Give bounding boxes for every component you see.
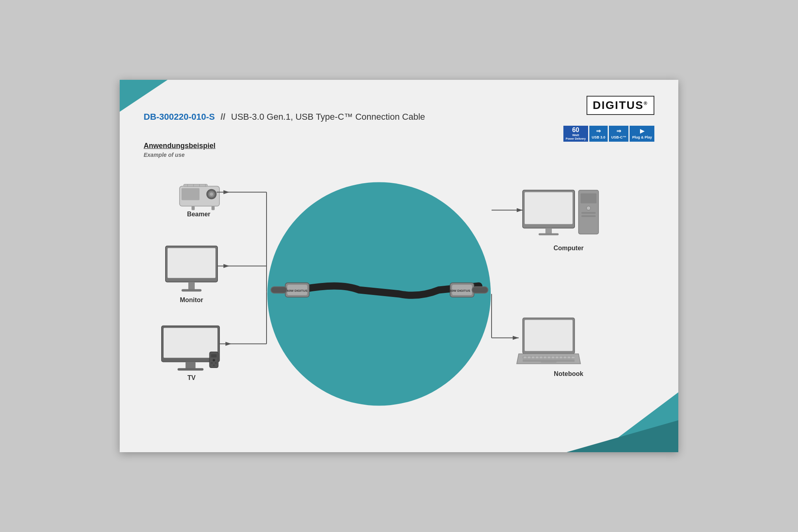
svg-rect-7 [472,287,488,293]
computer-label: Computer [553,245,584,251]
right-cable-brand: 60W DIGITUS [450,289,470,293]
svg-rect-26 [186,362,196,369]
svg-rect-39 [581,194,597,204]
svg-marker-68 [225,342,231,346]
svg-rect-29 [211,354,217,358]
header: DB-300220-010-S // USB-3.0 Gen.1, USB Ty… [144,112,425,122]
svg-point-40 [587,206,591,210]
svg-rect-58 [567,357,571,358]
usbc-label: USB-C™ [611,135,626,140]
svg-rect-47 [523,357,527,358]
svg-point-30 [213,359,215,362]
svg-rect-55 [555,357,559,358]
svg-rect-3 [271,287,286,293]
product-name: USB-3.0 Gen.1, USB Type-C™ Connection Ca… [231,112,425,122]
svg-rect-53 [547,357,551,358]
svg-rect-21 [168,248,215,278]
svg-point-33 [213,365,215,366]
svg-rect-15 [184,184,207,187]
svg-rect-27 [178,368,203,371]
section-title-german: Anwendungsbeispiel [144,142,215,150]
svg-rect-37 [539,233,559,235]
watt-label: Watt [572,133,579,137]
svg-rect-35 [525,192,573,224]
svg-rect-23 [182,289,201,292]
pnp-label: Plug & Play [632,135,652,140]
svg-rect-54 [551,357,555,358]
svg-rect-44 [525,320,573,351]
svg-rect-57 [563,357,567,358]
svg-marker-70 [517,208,523,212]
svg-rect-13 [192,206,195,210]
svg-point-32 [215,362,217,364]
separator: // [221,112,225,122]
badge-watt: 60 Watt Power Delivery [563,126,588,142]
svg-rect-50 [535,357,539,358]
monitor-device [166,246,217,292]
svg-rect-49 [531,357,535,358]
svg-point-31 [211,362,213,364]
logo-container: DIGITUS® [587,96,654,115]
monitor-label: Monitor [180,297,203,303]
section-title-english: Example of use [144,152,215,158]
svg-rect-9 [182,188,200,200]
beamer-label: Beamer [187,211,211,218]
svg-point-12 [210,193,213,196]
svg-marker-65 [223,264,229,268]
badge-usbc: ⇒ USB-C™ [609,126,629,142]
tv-label: TV [188,374,196,381]
feature-badges: 60 Watt Power Delivery ⇒ USB 3.0 ⇒ USB-C… [563,126,654,142]
usbc-icon: ⇒ [616,128,621,134]
svg-marker-63 [223,190,229,194]
beamer-device [180,184,219,210]
svg-rect-22 [188,282,195,290]
left-cable-brand: 60W DIGITUS [287,289,308,293]
diagram: 60W DIGITUS 60W DIGITUS [144,164,654,428]
svg-rect-41 [581,212,596,214]
svg-rect-60 [541,361,557,363]
svg-marker-73 [513,336,519,340]
badge-pnp: ▶ Plug & Play [630,126,654,142]
logo-text: DIGITUS® [593,99,648,111]
svg-rect-56 [559,357,563,358]
section-title: Anwendungsbeispiel Example of use [144,142,215,158]
notebook-label: Notebook [554,370,583,377]
tv-device [162,326,219,371]
svg-rect-59 [571,357,575,358]
computer-device [523,190,598,235]
page: DIGITUS® DB-300220-010-S // USB-3.0 Gen.… [120,80,678,452]
watt-number: 60 [572,127,579,133]
pnp-icon: ▶ [640,128,644,134]
svg-rect-51 [539,357,543,358]
usb3-icon: ⇒ [596,128,601,134]
diagram-svg: 60W DIGITUS 60W DIGITUS [144,164,654,428]
svg-rect-42 [581,216,596,217]
product-id-line: DB-300220-010-S // USB-3.0 Gen.1, USB Ty… [144,112,425,122]
power-delivery-label: Power Delivery [566,137,586,140]
notebook-device [517,318,581,364]
badge-usb3: ⇒ USB 3.0 [589,126,608,142]
svg-rect-52 [543,357,547,358]
corner-decoration-tl [120,80,168,112]
svg-rect-48 [527,357,531,358]
product-id: DB-300220-010-S [144,112,215,122]
usb3-label: USB 3.0 [592,135,605,140]
svg-rect-14 [211,206,215,210]
svg-rect-36 [545,228,552,234]
